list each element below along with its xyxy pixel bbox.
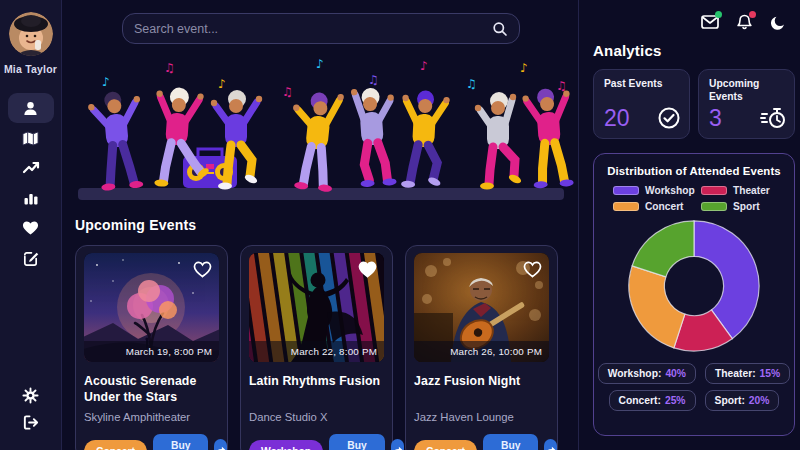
badge-label: Concert: — [619, 395, 661, 406]
legend-swatch — [613, 202, 639, 211]
section-title: Upcoming Events — [75, 217, 196, 233]
badge-sport: Sport: 20% — [705, 390, 780, 411]
buy-ticket-button[interactable]: Buy Ticket — [329, 434, 385, 450]
svg-text:♪: ♪ — [420, 59, 428, 73]
theme-toggle[interactable] — [769, 14, 787, 30]
category-pill[interactable]: Concert — [414, 440, 477, 450]
legend-item-theater: Theater — [701, 185, 775, 196]
check-circle-icon — [657, 106, 681, 130]
sidebar-item-compose[interactable] — [8, 243, 54, 273]
event-card-1: March 19, 8:00 PM Acoustic Serenade Unde… — [75, 245, 228, 450]
svg-text:♪: ♪ — [218, 77, 226, 91]
share-button[interactable] — [544, 439, 557, 450]
past-events-card[interactable]: Past Events 20 — [593, 69, 690, 139]
category-pill[interactable]: Workshop — [249, 440, 323, 450]
chart-legend: Workshop Theater Concert Sport — [594, 185, 794, 212]
past-events-label: Past Events — [604, 78, 668, 91]
messages-badge — [715, 11, 722, 18]
notifications-button[interactable] — [735, 14, 753, 30]
event-actions: Concert Buy Ticket — [414, 434, 549, 450]
upcoming-events-value: 3 — [709, 105, 722, 132]
moon-icon — [771, 15, 786, 30]
event-actions: Workshop Buy Ticket — [249, 434, 384, 450]
sidebar-item-logout[interactable] — [8, 409, 54, 436]
event-image-1: March 19, 8:00 PM — [84, 253, 219, 362]
sidebar-nav — [8, 93, 54, 273]
heart-icon — [194, 262, 210, 276]
share-button[interactable] — [214, 439, 227, 450]
legend-label: Concert — [645, 201, 684, 212]
search-bar — [122, 13, 520, 44]
notifications-badge — [749, 11, 756, 18]
sidebar-item-stats[interactable] — [8, 183, 54, 213]
event-venue: Skyline Amphitheater — [84, 411, 219, 423]
badge-label: Theater: — [715, 368, 756, 379]
buy-ticket-button[interactable]: Buy Ticket — [483, 434, 539, 450]
svg-text:♫: ♫ — [368, 73, 379, 87]
event-cards: March 19, 8:00 PM Acoustic Serenade Unde… — [75, 245, 558, 450]
user-name: Mia Taylor — [4, 63, 57, 75]
favorite-button[interactable] — [191, 258, 213, 280]
heart-icon — [22, 220, 39, 236]
legend-swatch — [701, 186, 727, 195]
share-icon — [214, 446, 227, 450]
sidebar: Mia Taylor — [0, 0, 62, 450]
event-card-2: March 22, 8:00 PM Latin Rhythms Fusion D… — [240, 245, 393, 450]
distribution-panel: Distribution of Attended Events Workshop… — [593, 153, 795, 436]
event-date: March 19, 8:00 PM — [84, 341, 219, 362]
event-title: Latin Rhythms Fusion — [249, 373, 384, 405]
upcoming-events-card[interactable]: Upcoming Events 3 — [698, 69, 795, 139]
dancing-people-illustration: ♪ ♫ ♪ ♫ ♪ ♫ ♪ ♫ ♪ ♫ — [68, 56, 574, 212]
upcoming-events-label: Upcoming Events — [709, 78, 773, 104]
legend-item-workshop: Workshop — [613, 185, 687, 196]
sidebar-bottom-nav — [8, 382, 54, 436]
sidebar-item-profile[interactable] — [8, 93, 54, 123]
legend-item-sport: Sport — [701, 201, 775, 212]
heart-icon — [359, 262, 375, 276]
legend-item-concert: Concert — [613, 201, 687, 212]
map-icon — [22, 130, 39, 147]
analytics-panel: Analytics Past Events 20 Upcoming Events… — [578, 0, 800, 450]
search-input[interactable] — [134, 22, 492, 36]
buy-ticket-button[interactable]: Buy Ticket — [153, 434, 209, 450]
share-button[interactable] — [391, 439, 404, 450]
svg-text:♫: ♫ — [282, 85, 293, 99]
svg-text:♫: ♫ — [164, 61, 175, 75]
bar-chart-icon — [23, 190, 39, 206]
badge-value: 20% — [749, 395, 770, 406]
heart-icon — [524, 262, 540, 276]
percentage-badges: Workshop: 40% Theater: 15% Concert: 25% … — [594, 363, 794, 411]
donut-slice-sport — [632, 221, 694, 277]
gear-icon — [22, 387, 39, 404]
favorite-button[interactable] — [521, 258, 543, 280]
sidebar-item-favorites[interactable] — [8, 213, 54, 243]
sidebar-item-trending[interactable] — [8, 153, 54, 183]
svg-text:♪: ♪ — [316, 57, 324, 71]
stat-cards: Past Events 20 Upcoming Events 3 — [593, 69, 795, 139]
favorite-button[interactable] — [356, 258, 378, 280]
badge-value: 25% — [665, 395, 686, 406]
event-venue: Jazz Haven Lounge — [414, 411, 549, 423]
logout-icon — [22, 414, 39, 431]
search-icon[interactable] — [492, 21, 508, 37]
share-icon — [391, 446, 404, 450]
messages-button[interactable] — [701, 14, 719, 30]
event-image-2: March 22, 8:00 PM — [249, 253, 384, 362]
sidebar-item-map[interactable] — [8, 123, 54, 153]
past-events-value: 20 — [604, 105, 630, 132]
legend-label: Theater — [733, 185, 770, 196]
donut-slice-concert — [629, 266, 685, 348]
badge-label: Workshop: — [608, 368, 662, 379]
chart-title: Distribution of Attended Events — [594, 165, 794, 177]
avatar-image — [9, 12, 53, 56]
event-image-3: March 26, 10:00 PM — [414, 253, 549, 362]
sidebar-item-settings[interactable] — [8, 382, 54, 409]
event-title: Acoustic Serenade Under the Stars — [84, 373, 219, 405]
legend-swatch — [701, 202, 727, 211]
person-icon — [22, 100, 39, 117]
app-root: Mia Taylor — [0, 0, 800, 450]
event-card-3: March 26, 10:00 PM Jazz Fusion Night Jaz… — [405, 245, 558, 450]
category-pill[interactable]: Concert — [84, 440, 147, 450]
svg-text:♫: ♫ — [466, 77, 477, 91]
avatar[interactable] — [9, 12, 53, 56]
